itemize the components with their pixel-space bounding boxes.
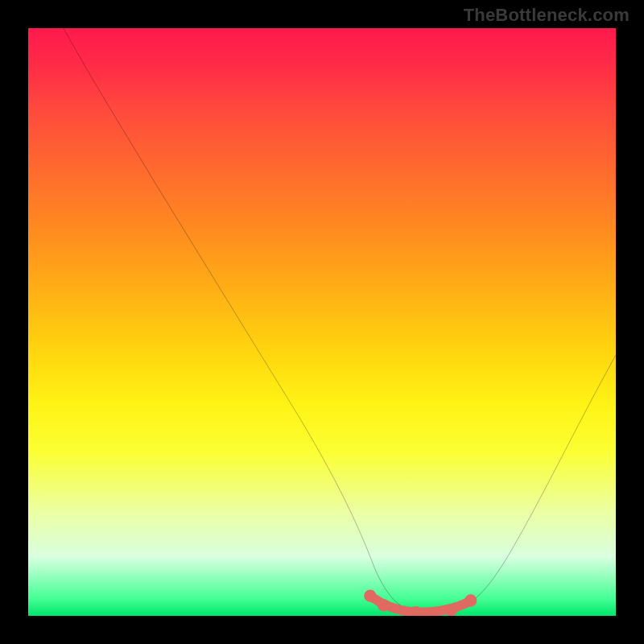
highlight-dot — [445, 604, 457, 616]
bottleneck-curve — [64, 28, 616, 613]
highlight-dot — [378, 599, 390, 611]
chart-svg — [28, 28, 616, 616]
plot-area — [28, 28, 616, 616]
highlight-dot — [464, 594, 477, 606]
chart-frame: TheBottleneck.com — [0, 0, 644, 644]
watermark-text: TheBottleneck.com — [464, 5, 630, 26]
highlight-dot — [364, 590, 376, 602]
